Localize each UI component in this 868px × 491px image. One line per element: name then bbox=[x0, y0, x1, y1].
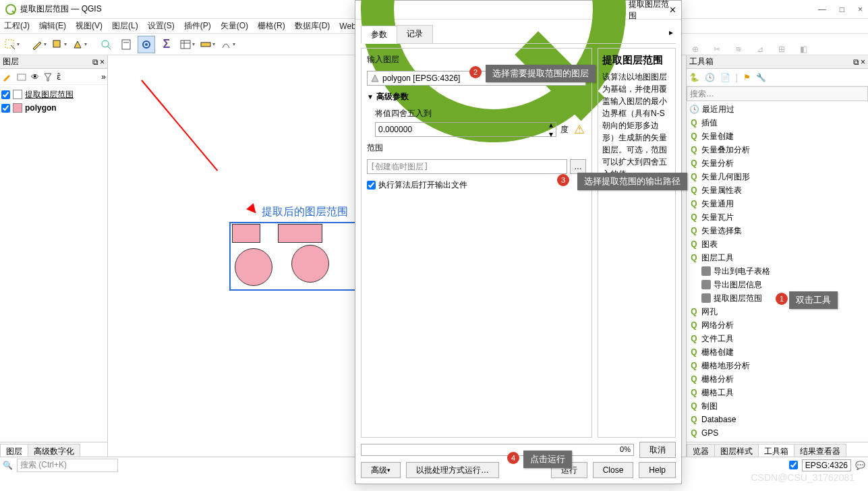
tree-tool[interactable]: 导出到电子表格 bbox=[687, 264, 868, 278]
tree-recent[interactable]: 🕓最近用过 bbox=[687, 103, 868, 116]
tree-group[interactable]: Q矢量分析 bbox=[687, 156, 868, 170]
visibility-icon[interactable]: 👁 bbox=[31, 72, 39, 82]
status-search-input[interactable]: 搜索 (Ctrl+K) bbox=[17, 459, 118, 472]
callout-2: 选择需要提取范围的图层 bbox=[486, 65, 596, 82]
decoration-icon[interactable] bbox=[219, 36, 236, 53]
batch-button[interactable]: 以批处理方式运行… bbox=[406, 462, 499, 478]
tree-group[interactable]: Q插值 bbox=[687, 116, 868, 129]
add-group-icon[interactable] bbox=[16, 71, 27, 82]
calculator-icon[interactable] bbox=[117, 36, 135, 53]
tree-label: 栅格分析 bbox=[701, 374, 734, 385]
panel-close-icon[interactable]: × bbox=[100, 57, 105, 67]
chevron-right-icon[interactable]: ▸ bbox=[666, 25, 676, 43]
style-icon[interactable] bbox=[1, 71, 12, 82]
layer-label: polygon bbox=[25, 103, 57, 113]
select-tool-icon[interactable] bbox=[3, 36, 20, 53]
menu-database[interactable]: 数据库(D) bbox=[295, 20, 330, 32]
tree-label: 最近用过 bbox=[702, 104, 734, 115]
menu-edit[interactable]: 编辑(E) bbox=[39, 20, 66, 32]
layer-checkbox[interactable] bbox=[1, 90, 10, 99]
tree-group[interactable]: Q栅格创建 bbox=[687, 345, 868, 359]
sigma-icon[interactable]: Σ bbox=[158, 36, 175, 53]
tree-group[interactable]: Q矢量叠加分析 bbox=[687, 143, 868, 156]
model-icon[interactable]: ⚑ bbox=[743, 73, 751, 82]
menu-raster[interactable]: 栅格(R) bbox=[258, 20, 285, 32]
processing-icon[interactable] bbox=[138, 36, 155, 53]
tree-group[interactable]: Q栅格工具 bbox=[687, 386, 868, 399]
round-value: 0.000000 bbox=[378, 125, 412, 134]
tree-group[interactable]: Q矢量创建 bbox=[687, 129, 868, 143]
tab-browser[interactable]: 览器 bbox=[687, 444, 715, 457]
panel-undock-icon[interactable]: ⧉ bbox=[92, 57, 98, 67]
advanced-button[interactable]: 高级 bbox=[361, 462, 401, 478]
menu-layer[interactable]: 图层(L) bbox=[112, 20, 138, 32]
epsg-button[interactable]: EPSG:4326 bbox=[802, 459, 851, 471]
tree-tool[interactable]: 导出图层信息 bbox=[687, 278, 868, 291]
layer-checkbox[interactable] bbox=[1, 104, 10, 113]
tree-group[interactable]: Q矢量选择集 bbox=[687, 224, 868, 237]
attribute-table-icon[interactable] bbox=[178, 36, 196, 53]
toggle-editing-icon[interactable] bbox=[30, 36, 47, 53]
results-icon[interactable]: 📄 bbox=[720, 73, 730, 82]
tab-log[interactable]: 记录 bbox=[397, 25, 433, 43]
expand-icon[interactable]: » bbox=[101, 72, 106, 82]
tab-digitizing[interactable]: 高级数字化 bbox=[28, 444, 80, 457]
tree-group[interactable]: Q网络分析 bbox=[687, 318, 868, 332]
messages-icon[interactable]: 💬 bbox=[855, 461, 865, 470]
tree-group-layer-tools[interactable]: Q图层工具 bbox=[687, 251, 868, 264]
close-dialog-button[interactable]: Close bbox=[593, 462, 634, 478]
tree-group[interactable]: Q文件工具 bbox=[687, 332, 868, 345]
minimize-button[interactable]: — bbox=[818, 5, 826, 14]
render-checkbox[interactable] bbox=[789, 461, 798, 469]
tree-group[interactable]: QDatabase bbox=[687, 413, 868, 426]
menu-vector[interactable]: 矢量(O) bbox=[221, 20, 248, 32]
history-icon[interactable]: 🕓 bbox=[705, 73, 715, 82]
right-bottom-tabs: 览器 图层样式 工具箱 结果查看器 bbox=[687, 442, 868, 457]
vertex-tool-icon[interactable] bbox=[70, 36, 88, 53]
cancel-button[interactable]: 取消 bbox=[639, 442, 676, 458]
menu-settings[interactable]: 设置(S) bbox=[148, 20, 175, 32]
menu-plugins[interactable]: 插件(P) bbox=[184, 20, 211, 32]
tree-group[interactable]: Q矢量通用 bbox=[687, 197, 868, 210]
tree-group[interactable]: Q图表 bbox=[687, 237, 868, 251]
polygon-layer-icon bbox=[370, 74, 380, 83]
panel-close-icon[interactable]: × bbox=[861, 57, 865, 67]
tree-group[interactable]: Q矢量属性表 bbox=[687, 183, 868, 197]
options-icon[interactable]: 🔧 bbox=[756, 73, 766, 82]
filter-icon[interactable] bbox=[43, 72, 53, 82]
menu-project[interactable]: 工程(J) bbox=[4, 20, 30, 32]
identify-icon[interactable] bbox=[97, 36, 115, 53]
tree-group[interactable]: Q栅格地形分析 bbox=[687, 359, 868, 372]
python-icon[interactable]: 🐍 bbox=[689, 73, 699, 82]
tree-group[interactable]: Q网孔 bbox=[687, 305, 868, 318]
tree-group[interactable]: Q栅格分析 bbox=[687, 372, 868, 386]
help-button[interactable]: Help bbox=[639, 462, 676, 478]
tree-label: 图层工具 bbox=[701, 252, 734, 264]
tab-layers[interactable]: 图层 bbox=[0, 444, 28, 457]
layer-item-polygon[interactable]: polygon bbox=[1, 101, 106, 115]
layer-swatch bbox=[13, 90, 22, 99]
round-spinbox[interactable]: 0.000000▴▾ bbox=[375, 122, 556, 137]
tab-results[interactable]: 结果查看器 bbox=[794, 444, 846, 457]
tree-group[interactable]: Q制图 bbox=[687, 399, 868, 413]
tab-toolbox[interactable]: 工具箱 bbox=[758, 444, 794, 457]
extent-browse-button[interactable]: … bbox=[570, 159, 586, 174]
open-output-checkbox[interactable] bbox=[367, 181, 376, 190]
toolbox-search[interactable]: 搜索… bbox=[687, 86, 868, 101]
advanced-params-header[interactable]: 高级参数 bbox=[367, 91, 586, 103]
tree-group[interactable]: QGPS bbox=[687, 426, 868, 440]
panel-undock-icon[interactable]: ⧉ bbox=[853, 57, 859, 67]
menu-view[interactable]: 视图(V) bbox=[76, 20, 103, 32]
tab-parameters[interactable]: 参数 bbox=[361, 26, 397, 44]
extent-output-field[interactable]: [创建临时图层] bbox=[367, 159, 567, 174]
maximize-button[interactable]: □ bbox=[840, 5, 844, 14]
close-button[interactable]: × bbox=[858, 5, 863, 14]
tree-group[interactable]: Q矢量几何图形 bbox=[687, 170, 868, 183]
add-feature-icon[interactable] bbox=[50, 36, 67, 53]
expression-icon[interactable]: ε̂ bbox=[57, 72, 61, 82]
dialog-close-button[interactable]: × bbox=[670, 4, 676, 16]
tab-layer-style[interactable]: 图层样式 bbox=[714, 444, 759, 457]
layer-item-extent[interactable]: 提取图层范围 bbox=[1, 88, 106, 101]
tree-group[interactable]: Q矢量瓦片 bbox=[687, 210, 868, 224]
measure-icon[interactable] bbox=[198, 36, 216, 53]
